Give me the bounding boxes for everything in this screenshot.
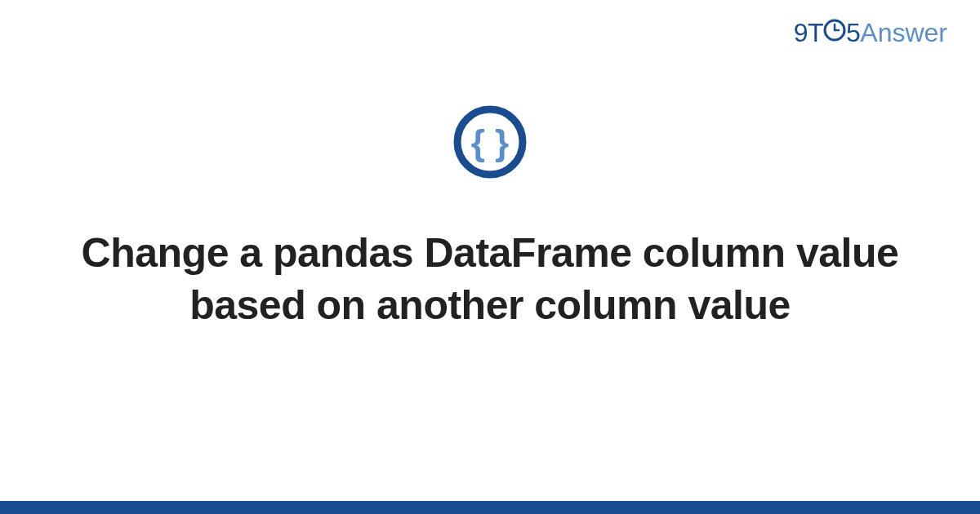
braces-icon: { } <box>452 104 528 183</box>
logo-prefix: 9T <box>794 18 823 47</box>
logo-suffix: Answer <box>860 18 947 47</box>
site-logo: 9T5Answer <box>794 18 947 50</box>
logo-middle: 5 <box>846 18 860 47</box>
svg-text:{ }: { } <box>471 122 509 162</box>
page-title: Change a pandas DataFrame column value b… <box>65 227 915 331</box>
clock-icon <box>823 18 846 48</box>
bottom-accent-bar <box>0 501 980 514</box>
